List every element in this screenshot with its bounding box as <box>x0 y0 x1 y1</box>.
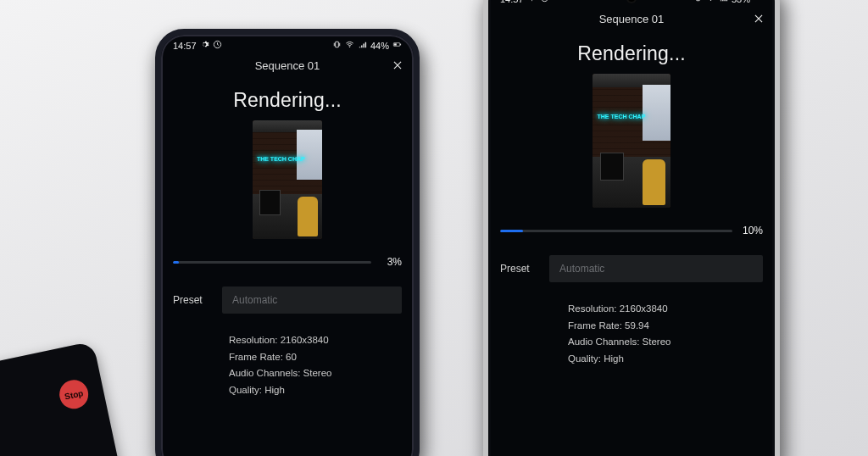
preset-dropdown[interactable]: Automatic <box>549 255 763 282</box>
close-icon <box>753 13 765 25</box>
detail-frame-rate: Frame Rate: 59.94 <box>568 318 775 335</box>
progress-percent: 3% <box>380 256 402 268</box>
progress-bar: 3% <box>173 256 402 268</box>
gear-icon <box>200 40 209 51</box>
phone-right: 14:57 53% Sequence 01 Rendering <box>483 0 780 456</box>
video-preview: THE TECH CHAP <box>253 120 322 239</box>
svg-point-9 <box>710 0 711 1</box>
progress-fill <box>173 261 179 264</box>
clock-icon <box>213 40 222 51</box>
preset-label: Preset <box>173 294 210 306</box>
preset-label: Preset <box>500 263 537 275</box>
rendering-heading: Rendering... <box>161 89 414 112</box>
detail-frame-rate: Frame Rate: 60 <box>229 349 414 366</box>
progress-fill <box>500 230 523 232</box>
vibrate-icon <box>693 0 703 4</box>
close-button[interactable] <box>753 13 765 27</box>
close-button[interactable] <box>392 59 403 74</box>
partial-device-bottom-left: Stop <box>0 341 121 456</box>
close-icon <box>392 59 403 71</box>
svg-rect-4 <box>394 43 397 45</box>
progress-bar: 10% <box>500 225 763 236</box>
app-header: Sequence 01 <box>488 6 775 31</box>
signal-icon <box>719 0 728 4</box>
neon-sign-text: THE TECH CHAP <box>257 156 303 162</box>
svg-rect-8 <box>697 0 700 1</box>
progress-percent: 10% <box>741 225 763 236</box>
video-preview: THE TECH CHAP <box>593 74 670 208</box>
detail-audio: Audio Channels: Stereo <box>568 334 775 351</box>
status-battery: 53% <box>732 0 750 4</box>
status-battery: 44% <box>370 41 389 51</box>
phone-left: 14:57 44% Sequence 01 Rendering <box>155 29 420 456</box>
battery-icon <box>754 0 763 4</box>
export-details: Resolution: 2160x3840 Frame Rate: 59.94 … <box>568 301 775 367</box>
rendering-heading: Rendering... <box>488 42 775 65</box>
signal-icon <box>358 40 367 51</box>
svg-rect-5 <box>400 44 401 46</box>
status-bar: 14:57 44% <box>161 35 414 53</box>
app-header: Sequence 01 <box>161 53 414 77</box>
battery-icon <box>392 40 402 51</box>
detail-resolution: Resolution: 2160x3840 <box>568 301 775 318</box>
clock-icon <box>540 0 549 4</box>
detail-resolution: Resolution: 2160x3840 <box>229 332 414 349</box>
status-time: 14:57 <box>173 41 197 51</box>
svg-rect-1 <box>336 42 339 47</box>
sequence-title: Sequence 01 <box>599 13 665 25</box>
preset-row: Preset Automatic <box>173 286 402 314</box>
preset-row: Preset Automatic <box>500 255 763 282</box>
scene: 14:57 44% Sequence 01 Rendering <box>0 0 868 456</box>
preset-dropdown[interactable]: Automatic <box>222 286 402 314</box>
svg-point-2 <box>349 47 350 47</box>
neon-sign-text: THE TECH CHAP <box>598 114 649 120</box>
svg-point-7 <box>541 0 548 2</box>
wifi-icon <box>345 40 354 51</box>
export-details: Resolution: 2160x3840 Frame Rate: 60 Aud… <box>229 332 414 398</box>
stop-button[interactable]: Stop <box>57 377 91 411</box>
detail-quality: Quality: High <box>229 382 414 399</box>
detail-quality: Quality: High <box>568 351 775 368</box>
vibrate-icon <box>332 40 342 51</box>
mic-icon <box>527 0 537 4</box>
sequence-title: Sequence 01 <box>255 59 320 72</box>
status-time: 14:57 <box>500 0 524 4</box>
wifi-icon <box>706 0 715 4</box>
detail-audio: Audio Channels: Stereo <box>229 365 414 382</box>
